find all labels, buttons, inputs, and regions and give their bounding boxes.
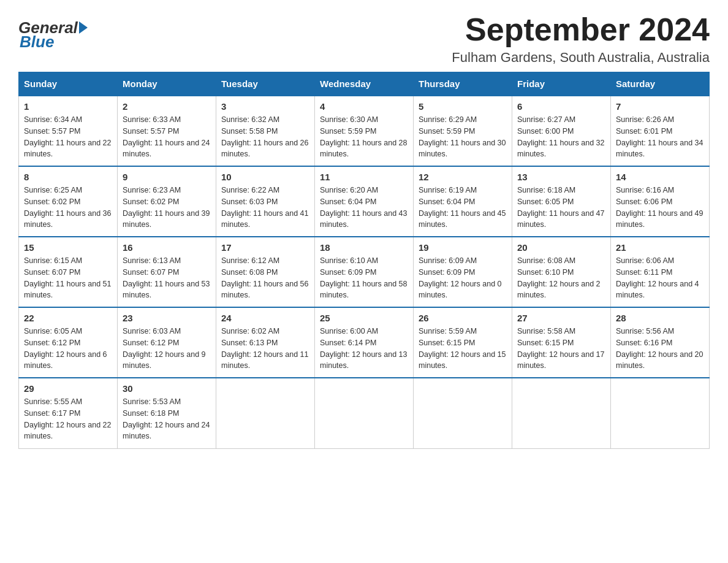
day-number: 27 [517,313,605,323]
day-info: Sunrise: 6:23 AMSunset: 6:02 PMDaylight:… [123,185,211,231]
day-number: 6 [517,101,605,112]
day-info: Sunrise: 5:55 AMSunset: 6:17 PMDaylight:… [24,396,112,442]
column-header-friday: Friday [512,72,611,96]
column-header-wednesday: Wednesday [315,72,414,96]
calendar-cell [216,378,315,448]
day-info: Sunrise: 6:03 AMSunset: 6:12 PMDaylight:… [123,326,211,372]
day-number: 21 [616,242,704,253]
calendar-cell: 30Sunrise: 5:53 AMSunset: 6:18 PMDayligh… [118,378,216,448]
column-header-saturday: Saturday [611,72,710,96]
calendar-cell: 12Sunrise: 6:19 AMSunset: 6:04 PMDayligh… [414,166,512,237]
day-info: Sunrise: 6:06 AMSunset: 6:11 PMDaylight:… [616,255,704,301]
day-number: 29 [24,383,112,394]
calendar-cell: 9Sunrise: 6:23 AMSunset: 6:02 PMDaylight… [118,166,216,237]
day-info: Sunrise: 6:12 AMSunset: 6:08 PMDaylight:… [221,255,309,301]
week-row-1: 1Sunrise: 6:34 AMSunset: 5:57 PMDaylight… [19,96,710,166]
day-info: Sunrise: 5:59 AMSunset: 6:15 PMDaylight:… [419,326,507,372]
day-info: Sunrise: 5:56 AMSunset: 6:16 PMDaylight:… [616,326,704,372]
location-title: Fulham Gardens, South Australia, Austral… [452,50,710,66]
day-number: 8 [24,172,112,182]
day-number: 7 [616,101,704,112]
logo-blue-text: Blue [20,33,54,52]
day-info: Sunrise: 6:34 AMSunset: 5:57 PMDaylight:… [24,114,112,160]
day-info: Sunrise: 6:15 AMSunset: 6:07 PMDaylight:… [24,255,112,301]
calendar-cell: 10Sunrise: 6:22 AMSunset: 6:03 PMDayligh… [216,166,315,237]
calendar-cell [414,378,512,448]
calendar-cell: 18Sunrise: 6:10 AMSunset: 6:09 PMDayligh… [315,237,414,307]
day-number: 2 [123,101,211,112]
day-info: Sunrise: 6:16 AMSunset: 6:06 PMDaylight:… [616,185,704,231]
day-info: Sunrise: 6:09 AMSunset: 6:09 PMDaylight:… [419,255,507,301]
calendar-cell: 26Sunrise: 5:59 AMSunset: 6:15 PMDayligh… [414,307,512,378]
calendar-cell: 5Sunrise: 6:29 AMSunset: 5:59 PMDaylight… [414,96,512,166]
calendar-cell: 7Sunrise: 6:26 AMSunset: 6:01 PMDaylight… [611,96,710,166]
day-number: 26 [419,313,507,323]
day-info: Sunrise: 6:27 AMSunset: 6:00 PMDaylight:… [517,114,605,160]
day-number: 1 [24,101,112,112]
day-number: 28 [616,313,704,323]
day-number: 19 [419,242,507,253]
logo-arrow-icon [79,21,88,34]
calendar-cell: 16Sunrise: 6:13 AMSunset: 6:07 PMDayligh… [118,237,216,307]
calendar-cell: 4Sunrise: 6:30 AMSunset: 5:59 PMDaylight… [315,96,414,166]
day-info: Sunrise: 6:13 AMSunset: 6:07 PMDaylight:… [123,255,211,301]
week-row-3: 15Sunrise: 6:15 AMSunset: 6:07 PMDayligh… [19,237,710,307]
calendar-cell: 27Sunrise: 5:58 AMSunset: 6:15 PMDayligh… [512,307,611,378]
day-info: Sunrise: 6:33 AMSunset: 5:57 PMDaylight:… [123,114,211,160]
calendar-cell: 24Sunrise: 6:02 AMSunset: 6:13 PMDayligh… [216,307,315,378]
day-number: 11 [320,172,408,182]
day-info: Sunrise: 6:32 AMSunset: 5:58 PMDaylight:… [221,114,309,160]
day-info: Sunrise: 5:53 AMSunset: 6:18 PMDaylight:… [123,396,211,442]
calendar-cell: 6Sunrise: 6:27 AMSunset: 6:00 PMDaylight… [512,96,611,166]
calendar-cell: 25Sunrise: 6:00 AMSunset: 6:14 PMDayligh… [315,307,414,378]
day-number: 12 [419,172,507,182]
calendar-cell: 23Sunrise: 6:03 AMSunset: 6:12 PMDayligh… [118,307,216,378]
day-number: 24 [221,313,309,323]
day-number: 10 [221,172,309,182]
day-number: 16 [123,242,211,253]
day-number: 9 [123,172,211,182]
week-row-2: 8Sunrise: 6:25 AMSunset: 6:02 PMDaylight… [19,166,710,237]
day-number: 13 [517,172,605,182]
calendar-cell [611,378,710,448]
calendar-cell [512,378,611,448]
calendar-cell: 21Sunrise: 6:06 AMSunset: 6:11 PMDayligh… [611,237,710,307]
day-number: 4 [320,101,408,112]
day-number: 22 [24,313,112,323]
calendar-cell: 14Sunrise: 6:16 AMSunset: 6:06 PMDayligh… [611,166,710,237]
calendar-cell [315,378,414,448]
day-number: 14 [616,172,704,182]
day-info: Sunrise: 6:20 AMSunset: 6:04 PMDaylight:… [320,185,408,231]
day-number: 3 [221,101,309,112]
day-number: 20 [517,242,605,253]
day-number: 25 [320,313,408,323]
column-header-thursday: Thursday [414,72,512,96]
day-info: Sunrise: 6:25 AMSunset: 6:02 PMDaylight:… [24,185,112,231]
day-number: 18 [320,242,408,253]
day-info: Sunrise: 6:00 AMSunset: 6:14 PMDaylight:… [320,326,408,372]
month-title: September 2024 [452,12,710,47]
calendar-table: SundayMondayTuesdayWednesdayThursdayFrid… [18,72,710,449]
calendar-cell: 15Sunrise: 6:15 AMSunset: 6:07 PMDayligh… [19,237,118,307]
day-info: Sunrise: 6:05 AMSunset: 6:12 PMDaylight:… [24,326,112,372]
day-info: Sunrise: 6:18 AMSunset: 6:05 PMDaylight:… [517,185,605,231]
column-header-monday: Monday [118,72,216,96]
week-row-4: 22Sunrise: 6:05 AMSunset: 6:12 PMDayligh… [19,307,710,378]
title-section: September 2024 Fulham Gardens, South Aus… [452,12,710,66]
calendar-cell: 1Sunrise: 6:34 AMSunset: 5:57 PMDaylight… [19,96,118,166]
page-header: General Blue September 2024 Fulham Garde… [18,12,710,66]
day-number: 17 [221,242,309,253]
calendar-cell: 17Sunrise: 6:12 AMSunset: 6:08 PMDayligh… [216,237,315,307]
calendar-cell: 22Sunrise: 6:05 AMSunset: 6:12 PMDayligh… [19,307,118,378]
week-row-5: 29Sunrise: 5:55 AMSunset: 6:17 PMDayligh… [19,378,710,448]
calendar-cell: 28Sunrise: 5:56 AMSunset: 6:16 PMDayligh… [611,307,710,378]
day-info: Sunrise: 6:08 AMSunset: 6:10 PMDaylight:… [517,255,605,301]
calendar-cell: 29Sunrise: 5:55 AMSunset: 6:17 PMDayligh… [19,378,118,448]
day-info: Sunrise: 6:10 AMSunset: 6:09 PMDaylight:… [320,255,408,301]
day-info: Sunrise: 5:58 AMSunset: 6:15 PMDaylight:… [517,326,605,372]
calendar-cell: 8Sunrise: 6:25 AMSunset: 6:02 PMDaylight… [19,166,118,237]
calendar-cell: 3Sunrise: 6:32 AMSunset: 5:58 PMDaylight… [216,96,315,166]
day-info: Sunrise: 6:22 AMSunset: 6:03 PMDaylight:… [221,185,309,231]
column-header-tuesday: Tuesday [216,72,315,96]
day-number: 5 [419,101,507,112]
